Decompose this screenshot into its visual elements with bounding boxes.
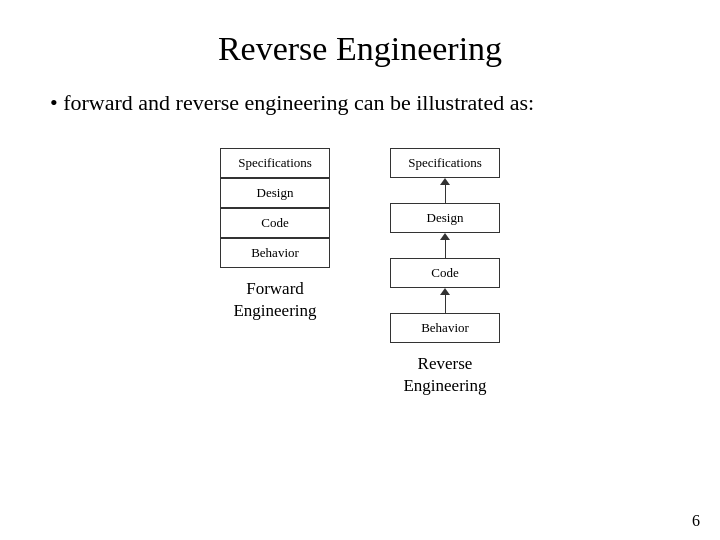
forward-box-specifications: Specifications: [220, 148, 330, 178]
arrow-head: [440, 288, 450, 295]
slide-title: Reverse Engineering: [50, 30, 670, 68]
arrow-head: [440, 233, 450, 240]
forward-box-code: Code: [220, 208, 330, 238]
reverse-box-code: Code: [390, 258, 500, 288]
forward-box-behavior: Behavior: [220, 238, 330, 268]
bullet-text: • forward and reverse engineering can be…: [50, 88, 670, 118]
reverse-arrow-3: [440, 288, 450, 313]
forward-engineering-diagram: Specifications Design Code Behavior Forw…: [220, 148, 330, 520]
bullet-content: forward and reverse engineering can be i…: [63, 90, 534, 115]
page-number: 6: [692, 512, 700, 530]
reverse-arrow-2: [440, 233, 450, 258]
bullet-section: • forward and reverse engineering can be…: [50, 88, 670, 118]
reverse-box-specifications: Specifications: [390, 148, 500, 178]
slide: Reverse Engineering • forward and revers…: [0, 0, 720, 540]
diagrams-row: Specifications Design Code Behavior Forw…: [50, 148, 670, 520]
bullet-prefix: •: [50, 90, 63, 115]
arrow-line: [445, 185, 446, 203]
reverse-label: Reverse Engineering: [403, 353, 486, 397]
arrow-line: [445, 295, 446, 313]
reverse-box-behavior: Behavior: [390, 313, 500, 343]
arrow-line: [445, 240, 446, 258]
forward-box-design: Design: [220, 178, 330, 208]
reverse-engineering-diagram: Specifications Design Code Behavior Reve…: [390, 148, 500, 520]
arrow-head: [440, 178, 450, 185]
reverse-arrow-1: [440, 178, 450, 203]
forward-label: Forward Engineering: [233, 278, 316, 322]
reverse-box-design: Design: [390, 203, 500, 233]
